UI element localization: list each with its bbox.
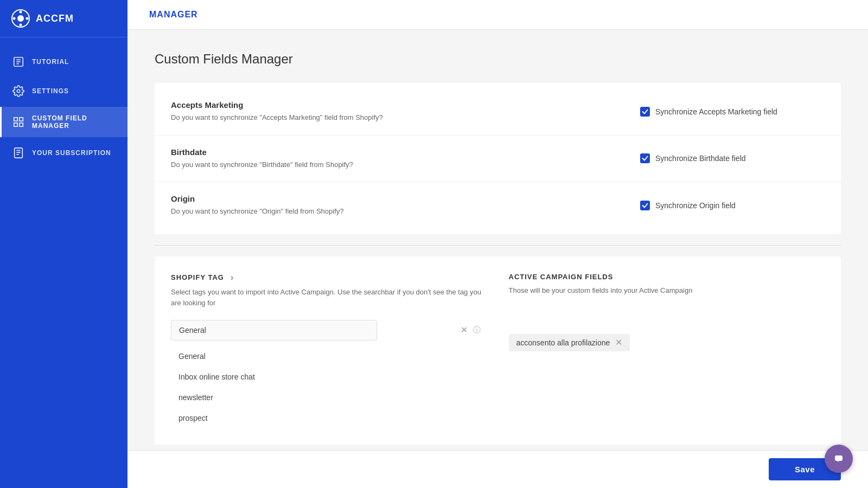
ac-field-value: acconsento alla profilazione [516,338,610,347]
field-desc-origin: Do you want to synchronize "Origin" fiel… [171,206,640,217]
svg-rect-14 [20,123,23,126]
field-info-origin: Origin Do you want to synchronize "Origi… [171,194,640,217]
page-content: Custom Fields Manager Accepts Marketing … [127,30,868,466]
active-campaign-title: ACTIVE CAMPAIGN FIELDS [509,273,825,281]
sidebar: ACCFM TUTORIAL SETTINGS [0,0,127,488]
gear-icon [12,85,24,97]
book-icon [12,56,24,68]
svg-rect-13 [14,123,17,126]
checkbox-area-accepts-marketing: Synchronize Accepts Marketing field [640,107,825,117]
svg-rect-11 [14,118,17,121]
receipt-icon [12,147,24,159]
section-divider [155,245,841,246]
sidebar-item-tutorial[interactable]: TUTORIAL [0,48,127,75]
ac-field-close-icon[interactable]: ✕ [615,338,622,347]
sidebar-item-tutorial-label: TUTORIAL [32,58,69,66]
fields-section: Accepts Marketing Do you want to synchro… [155,83,841,234]
checkbox-area-origin: Synchronize Origin field [640,201,825,210]
checkbox-label-accepts-marketing: Synchronize Accepts Marketing field [655,107,777,116]
checkbox-label-origin: Synchronize Origin field [655,201,736,210]
active-campaign-column: ACTIVE CAMPAIGN FIELDS Those will be you… [509,273,825,429]
chat-button[interactable] [825,445,853,473]
field-info-accepts-marketing: Accepts Marketing Do you want to synchro… [171,100,640,123]
search-info-icon[interactable]: ⓘ [473,325,481,335]
chevron-right-icon: › [231,273,234,282]
svg-point-10 [17,89,20,93]
chat-icon [832,452,846,466]
field-desc-accepts-marketing: Do you want to synchronize "Accepts Mark… [171,112,640,123]
active-campaign-desc: Those will be your custom fields into yo… [509,285,825,297]
save-bar: Save [127,450,868,488]
shopify-tag-title: SHOPIFY TAG › [171,273,487,282]
grid-icon [12,116,24,128]
check-icon [642,108,648,115]
top-bar: MANAGER [127,0,868,30]
tag-list: General Inbox online store chat newslett… [171,346,487,428]
checkbox-origin[interactable] [640,201,650,210]
sidebar-item-subscription[interactable]: YOUR SUBSCRIPTION [0,139,127,166]
page-title: Custom Fields Manager [155,52,841,67]
field-desc-birthdate: Do you want to synchronize "Birthdate" f… [171,159,640,170]
tag-search-wrapper: ✕ ⓘ [171,320,487,341]
check-icon [642,155,648,162]
checkbox-label-birthdate: Synchronize Birthdate field [655,154,746,163]
logo-icon [11,9,30,28]
ac-field-chip: acconsento alla profilazione ✕ [509,334,630,351]
search-clear-icon[interactable]: ✕ [461,326,468,335]
checkbox-birthdate[interactable] [640,153,650,163]
svg-point-1 [17,15,24,22]
shopify-tag-column: SHOPIFY TAG › Select tags you want to im… [171,273,487,429]
svg-point-5 [26,17,29,20]
sidebar-item-custom-field-label: CUSTOM FIELD MANAGER [32,114,117,130]
tag-columns: SHOPIFY TAG › Select tags you want to im… [171,273,825,429]
svg-point-2 [20,11,22,14]
check-icon [642,202,648,209]
field-row-birthdate: Birthdate Do you want to synchronize "Bi… [155,136,841,183]
checkbox-accepts-marketing[interactable] [640,107,650,117]
svg-rect-15 [15,148,23,158]
shopify-tag-desc: Select tags you want to import into Acti… [171,287,487,310]
tag-search-input[interactable] [171,320,377,341]
sidebar-logo: ACCFM [0,0,127,37]
field-name-accepts-marketing: Accepts Marketing [171,100,640,110]
checkbox-area-birthdate: Synchronize Birthdate field [640,153,825,163]
sidebar-item-settings-label: SETTINGS [32,87,69,95]
sidebar-item-subscription-label: YOUR SUBSCRIPTION [32,149,111,157]
svg-point-4 [13,17,16,20]
sidebar-item-settings[interactable]: SETTINGS [0,78,127,105]
field-row-accepts-marketing: Accepts Marketing Do you want to synchro… [155,88,841,136]
field-info-birthdate: Birthdate Do you want to synchronize "Bi… [171,147,640,170]
field-name-birthdate: Birthdate [171,147,640,157]
sidebar-logo-text: ACCFM [36,13,74,24]
tag-section: SHOPIFY TAG › Select tags you want to im… [155,256,841,445]
svg-rect-12 [20,118,23,121]
tag-item-inbox[interactable]: Inbox online store chat [171,367,487,387]
tag-item-newsletter[interactable]: newsletter [171,387,487,408]
sidebar-navigation: TUTORIAL SETTINGS CUSTOM FIELD MANAGER [0,37,127,177]
main-content: MANAGER Custom Fields Manager Accepts Ma… [127,0,868,488]
sidebar-item-custom-field-manager[interactable]: CUSTOM FIELD MANAGER [0,107,127,137]
top-bar-title: MANAGER [149,10,198,19]
svg-point-3 [20,24,22,27]
tag-item-general[interactable]: General [171,346,487,367]
field-name-origin: Origin [171,194,640,203]
field-row-origin: Origin Do you want to synchronize "Origi… [155,182,841,229]
tag-item-prospect[interactable]: prospect [171,408,487,428]
